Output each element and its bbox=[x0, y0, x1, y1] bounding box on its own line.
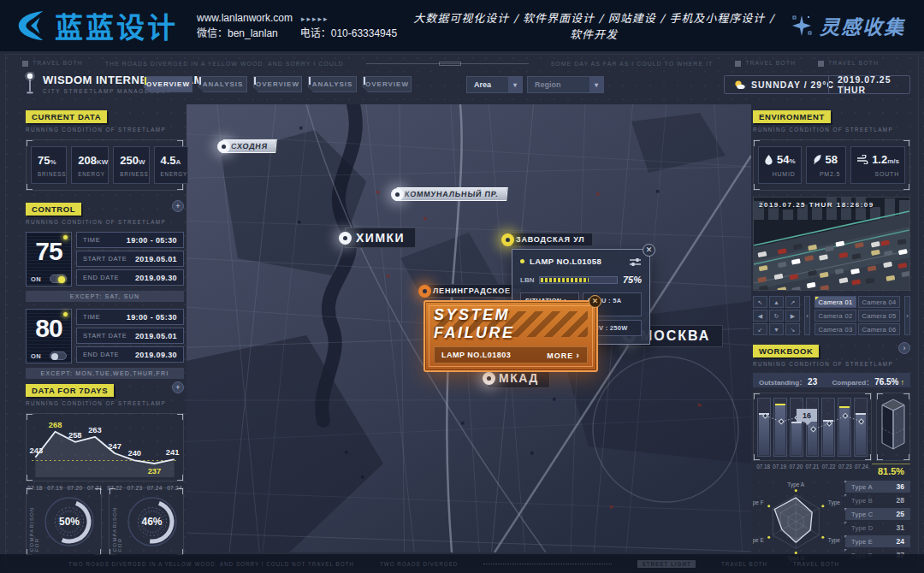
svg-text:240: 240 bbox=[127, 450, 141, 458]
sliders-icon[interactable] bbox=[629, 257, 642, 266]
lamp-pin-orange-icon[interactable] bbox=[418, 285, 431, 298]
control-row-end[interactable]: END DATE2019.09.30 bbox=[76, 269, 184, 286]
decor-travel2: TRAVEL BOTH bbox=[735, 60, 796, 67]
brightness-setpoint: 80 ON bbox=[26, 309, 72, 363]
control-row-start[interactable]: START DATE2019.05.01 bbox=[76, 251, 184, 267]
add-icon[interactable]: + bbox=[172, 200, 184, 212]
camera-01-button[interactable]: Camera 01 bbox=[814, 296, 856, 308]
cube-3d-icon bbox=[879, 396, 908, 458]
gauge-label: COMPARISON FOR bbox=[29, 492, 39, 552]
power-toggle[interactable] bbox=[50, 351, 67, 360]
pan-down-button[interactable]: ▼ bbox=[769, 323, 784, 335]
stat-briness: 75% BRINESS bbox=[31, 146, 67, 184]
lamp-pin-icon[interactable] bbox=[483, 372, 495, 385]
camera-next-button[interactable]: › bbox=[904, 296, 910, 335]
svg-text:Type E: Type E bbox=[753, 537, 764, 544]
type-row-c[interactable]: Type C25 bbox=[845, 508, 910, 520]
current-data-stats: 75% BRINESS 208KW ENERGY 250W BRINESS 4.… bbox=[26, 139, 184, 191]
decor-quote1: THE ROADS DIVERGED IN A YELLOW WOOD, AND… bbox=[105, 61, 344, 67]
close-icon[interactable]: ✕ bbox=[643, 244, 655, 257]
map-location-kommunalny[interactable]: КОММУНАЛЬНЫЙ ПР. bbox=[391, 187, 507, 201]
pan-down-left-button[interactable]: ↙ bbox=[753, 323, 767, 335]
chevron-right-icon[interactable]: › bbox=[898, 342, 910, 354]
banner-phone: 电话：010-63334945 bbox=[300, 27, 397, 39]
tab-overview-2[interactable]: OVERVIEW bbox=[253, 76, 302, 92]
reset-view-button[interactable]: ↻ bbox=[769, 310, 784, 322]
streetlamp-icon bbox=[24, 72, 36, 96]
panel-subtitle: RUNNING CONDITION OF STREETLAMP bbox=[26, 400, 184, 406]
region-select[interactable]: Region ▾ bbox=[527, 76, 604, 93]
area-select[interactable]: Area ▾ bbox=[466, 76, 523, 93]
control-row-end[interactable]: END DATE2019.09.30 bbox=[76, 346, 184, 363]
power-toggle[interactable] bbox=[50, 275, 67, 283]
workbook-percent: 81.5% bbox=[872, 464, 910, 476]
decor-travel3: TRAVEL BOTH bbox=[818, 60, 879, 67]
panel-subtitle: RUNNING CONDITION OF STREETLAMP bbox=[753, 361, 910, 367]
pan-down-right-button[interactable]: ↘ bbox=[785, 323, 800, 335]
camera-prev-button[interactable]: ‹ bbox=[804, 296, 810, 335]
weather-widget: SUNNDAY / 29°C bbox=[724, 75, 844, 94]
lamp-pin-icon[interactable] bbox=[339, 232, 352, 245]
chevron-down-icon[interactable]: ▾ bbox=[508, 77, 522, 92]
gauge-value: 50% bbox=[42, 494, 97, 549]
close-icon[interactable]: ✕ bbox=[589, 295, 601, 308]
panel-environment: ENVIRONMENT RUNNING CONDITION OF STREETL… bbox=[753, 108, 910, 191]
control-row-time[interactable]: TIME19:00 - 05:30 bbox=[76, 232, 184, 248]
map-location-khimki[interactable]: ХИМКИ bbox=[339, 227, 416, 248]
tab-analysis-2[interactable]: ANALYSIS bbox=[308, 76, 357, 92]
type-row-d[interactable]: Type D31 bbox=[845, 522, 910, 534]
tab-analysis-1[interactable]: ANALYSIS bbox=[198, 76, 247, 92]
banner-website[interactable]: www.lanlanwork.com bbox=[197, 12, 293, 24]
type-row-a[interactable]: Type A36 bbox=[845, 481, 910, 493]
camera-02-button[interactable]: Camera 02 bbox=[814, 310, 856, 322]
footer-quote2: TWO ROADS DIVERGED bbox=[380, 561, 458, 567]
arrow-up-icon: ↑ bbox=[901, 378, 905, 387]
decor-slider bbox=[366, 63, 529, 64]
camera-feed bbox=[754, 198, 909, 290]
pan-up-right-button[interactable]: ↗ bbox=[785, 296, 800, 308]
lamp-pin-icon[interactable] bbox=[217, 140, 230, 153]
lamp-pin-yellow-icon[interactable] bbox=[501, 233, 514, 246]
lamp-pin-icon[interactable] bbox=[391, 188, 404, 201]
dashboard: TRAVEL BOTH THE ROADS DIVERGED IN A YELL… bbox=[0, 51, 924, 573]
city-map[interactable]: СХОДНЯ КОММУНАЛЬНЫЙ ПР. ХИМКИ ЗАВОДСКАЯ … bbox=[187, 104, 751, 552]
lbn-label: LBN bbox=[520, 276, 534, 284]
bulb-icon bbox=[63, 312, 68, 316]
add-icon[interactable]: + bbox=[172, 381, 184, 393]
chevron-down-icon[interactable]: ▾ bbox=[589, 77, 603, 92]
gauge-label: COMPARISON FOR bbox=[112, 492, 122, 552]
pan-up-left-button[interactable]: ↖ bbox=[753, 296, 767, 308]
camera-06-button[interactable]: Camera 06 bbox=[858, 323, 900, 335]
camera-view[interactable]: 2019.07.25 THUR 18:26:09 bbox=[753, 197, 910, 291]
footer-travel: TRAVEL BOTH bbox=[721, 561, 767, 567]
tab-overview-1[interactable]: OVERVIEW bbox=[144, 76, 192, 92]
except-bar: EXCEPT: MON,TUE,WED,THUR,FRI bbox=[26, 368, 184, 379]
type-row-b[interactable]: Type B28 bbox=[845, 494, 910, 506]
workbook-cube bbox=[876, 393, 910, 461]
weather-text: SUNNDAY / 29°C bbox=[751, 80, 834, 90]
pan-right-button[interactable]: ▶ bbox=[785, 310, 800, 322]
comparison-gauge-2: COMPARISON FOR 46% bbox=[109, 487, 185, 556]
decor-quote2: SOME DAY AS FAR AS I COULD TO WHERE IT bbox=[551, 61, 714, 67]
svg-text:Type F: Type F bbox=[753, 500, 764, 507]
more-button[interactable]: MORE› bbox=[547, 350, 580, 360]
panel-title-badge: ENVIRONMENT bbox=[753, 110, 831, 123]
camera-04-button[interactable]: Camera 04 bbox=[858, 296, 900, 308]
tab-overview-3[interactable]: OVERVIEW bbox=[363, 76, 412, 92]
panel-subtitle: RUNNING CONDITION OF STREETLAMP bbox=[26, 219, 184, 225]
chevron-right-icon: › bbox=[576, 350, 580, 360]
camera-03-button[interactable]: Camera 03 bbox=[814, 323, 856, 335]
promo-banner: 蓝蓝设计 www.lanlanwork.com▸▸▸▸▸ 微信：ben_lanl… bbox=[0, 0, 924, 51]
decor-footer: TWO ROADS DIVERGED IN A YELLOW WOOD, AND… bbox=[0, 554, 924, 573]
control-row-time[interactable]: TIME19:00 - 05:30 bbox=[76, 309, 184, 325]
type-row-e[interactable]: Type E24 bbox=[845, 535, 910, 547]
pan-up-button[interactable]: ▲ bbox=[769, 296, 784, 308]
map-location-skhodnya[interactable]: СХОДНЯ bbox=[217, 139, 276, 153]
map-location-zavodskaya[interactable]: ЗАВОДСКАЯ УЛ bbox=[501, 233, 593, 246]
panel-title-badge: DATA FOR 7DAYS bbox=[26, 384, 114, 397]
compared-value: 76.5% bbox=[874, 377, 898, 387]
area-select-value: Area bbox=[467, 80, 508, 89]
pan-left-button[interactable]: ◀ bbox=[753, 310, 767, 322]
camera-05-button[interactable]: Camera 05 bbox=[858, 310, 900, 322]
control-row-start[interactable]: START DATE2019.05.01 bbox=[76, 328, 184, 344]
